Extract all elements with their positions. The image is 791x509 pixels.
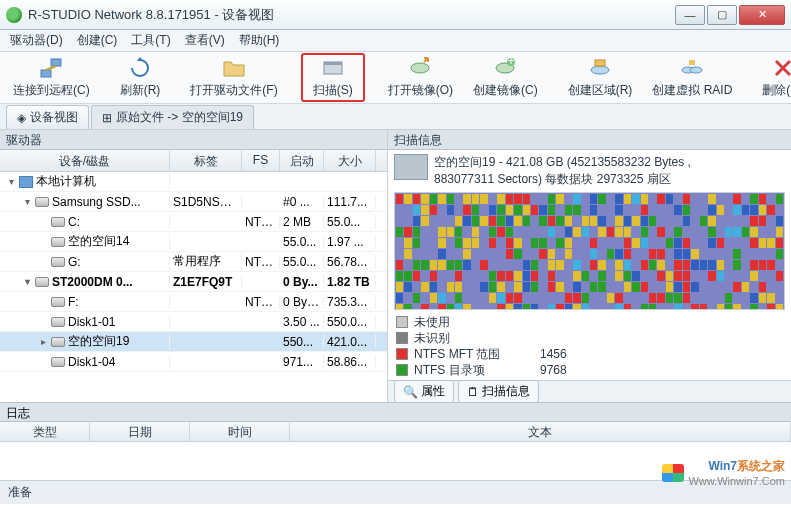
scan-button[interactable]: 扫描(S) [301, 53, 365, 102]
status-text: 准备 [8, 484, 32, 501]
menu-view[interactable]: 查看(V) [179, 30, 231, 51]
legend-swatch [396, 316, 408, 328]
delete-icon [771, 56, 791, 80]
svg-text:+: + [508, 56, 515, 68]
tab-raw-files[interactable]: ⊞ 原始文件 -> 空的空间19 [91, 105, 254, 129]
tree-row[interactable]: Disk1-04971...58.86... [0, 352, 387, 372]
log-body[interactable] [0, 442, 791, 480]
legend-swatch [396, 348, 408, 360]
create-image-icon: + [493, 56, 517, 80]
main-area: 驱动器 设备/磁盘 标签 FS 启动 大小 ▾本地计算机▾Samsung SSD… [0, 130, 791, 402]
tab-properties[interactable]: 🔍属性 [394, 380, 454, 403]
open-drive-files-button[interactable]: 打开驱动文件(F) [183, 53, 284, 102]
device-view-icon: ◈ [17, 111, 26, 125]
connect-remote-button[interactable]: 连接到远程(C) [6, 53, 97, 102]
connect-icon [39, 56, 63, 80]
tree-row[interactable]: ▾ST2000DM 0...Z1E7FQ9T0 By...1.82 TB [0, 272, 387, 292]
properties-icon: 🔍 [403, 385, 418, 399]
scan-summary: 空的空间19 - 421.08 GB (452135583232 Bytes ,… [388, 150, 791, 192]
open-image-icon [408, 56, 432, 80]
header-size[interactable]: 大小 [324, 150, 376, 171]
svg-rect-9 [595, 60, 605, 66]
svg-rect-1 [51, 59, 61, 66]
menu-help[interactable]: 帮助(H) [233, 30, 286, 51]
refresh-icon [128, 56, 152, 80]
legend: 未使用未识别NTFS MFT 范围1456NTFS 目录项9768 [388, 310, 791, 380]
log-header-date[interactable]: 日期 [90, 422, 190, 441]
row-name: ST2000DM 0... [52, 275, 133, 289]
tree-row[interactable]: 空的空间1455.0...1.97 ... [0, 232, 387, 252]
log-header-text[interactable]: 文本 [290, 422, 791, 441]
tree-row[interactable]: G:常用程序NTFS55.0...56.78... [0, 252, 387, 272]
expander-icon[interactable]: ▾ [22, 196, 32, 207]
row-name: Disk1-04 [68, 355, 115, 369]
scan-summary-text: 空的空间19 - 421.08 GB (452135583232 Bytes ,… [434, 154, 691, 188]
svg-point-8 [591, 66, 609, 74]
svg-rect-12 [689, 60, 695, 65]
delete-button[interactable]: 删除(R) [755, 53, 791, 102]
legend-row: NTFS 目录项9768 [396, 362, 783, 378]
drive-tree[interactable]: ▾本地计算机▾Samsung SSD...S1D5NSD...#0 ...111… [0, 172, 387, 402]
tree-headers: 设备/磁盘 标签 FS 启动 大小 [0, 150, 387, 172]
create-image-button[interactable]: + 创建镜像(C) [466, 53, 545, 102]
minimize-button[interactable]: — [675, 5, 705, 25]
expander-icon[interactable]: ▾ [6, 176, 16, 187]
svg-point-4 [411, 63, 429, 73]
legend-row: 未使用 [396, 314, 783, 330]
svg-point-11 [690, 67, 702, 73]
log-header-type[interactable]: 类型 [0, 422, 90, 441]
row-name: 空的空间14 [68, 233, 129, 250]
legend-row: NTFS MFT 范围1456 [396, 346, 783, 362]
disk-icon [51, 357, 65, 367]
row-name: F: [68, 295, 79, 309]
computer-icon [19, 176, 33, 188]
menu-drive[interactable]: 驱动器(D) [4, 30, 69, 51]
legend-row: 未识别 [396, 330, 783, 346]
tree-row[interactable]: F:NTFS0 Byt...735.3... [0, 292, 387, 312]
maximize-button[interactable]: ▢ [707, 5, 737, 25]
close-button[interactable]: ✕ [739, 5, 785, 25]
create-region-button[interactable]: 创建区域(R) [561, 53, 640, 102]
sector-map[interactable] [394, 192, 785, 310]
row-name: C: [68, 215, 80, 229]
window-title: R-STUDIO Network 8.8.171951 - 设备视图 [28, 6, 675, 24]
log-headers: 类型 日期 时间 文本 [0, 422, 791, 442]
create-raid-button[interactable]: 创建虚拟 RAID [645, 53, 739, 102]
expander-icon[interactable]: ▾ [22, 276, 32, 287]
disk-icon [51, 317, 65, 327]
menu-tools[interactable]: 工具(T) [125, 30, 176, 51]
menu-create[interactable]: 创建(C) [71, 30, 124, 51]
tree-row[interactable]: Disk1-013.50 ...550.0... [0, 312, 387, 332]
raw-files-icon: ⊞ [102, 111, 112, 125]
titlebar: R-STUDIO Network 8.8.171951 - 设备视图 — ▢ ✕ [0, 0, 791, 30]
row-name: 空的空间19 [68, 333, 129, 350]
statusbar: 准备 [0, 480, 791, 504]
header-fs[interactable]: FS [242, 150, 280, 171]
disk-icon [51, 257, 65, 267]
log-title: 日志 [0, 402, 791, 422]
expander-icon[interactable]: ▸ [38, 336, 48, 347]
tree-row[interactable]: ▸空的空间19550...421.0... [0, 332, 387, 352]
tree-row[interactable]: ▾本地计算机 [0, 172, 387, 192]
row-name: Samsung SSD... [52, 195, 141, 209]
folder-icon [222, 56, 246, 80]
scan-pane: 扫描信息 空的空间19 - 421.08 GB (452135583232 By… [388, 130, 791, 402]
tab-scan-info[interactable]: 🗒扫描信息 [458, 380, 539, 403]
refresh-button[interactable]: 刷新(R) [113, 53, 168, 102]
scan-info-icon: 🗒 [467, 385, 479, 399]
header-boot[interactable]: 启动 [280, 150, 324, 171]
log-header-time[interactable]: 时间 [190, 422, 290, 441]
drives-pane: 驱动器 设备/磁盘 标签 FS 启动 大小 ▾本地计算机▾Samsung SSD… [0, 130, 388, 402]
scan-pane-title: 扫描信息 [388, 130, 791, 150]
header-label[interactable]: 标签 [170, 150, 242, 171]
disk-icon [51, 297, 65, 307]
header-device[interactable]: 设备/磁盘 [0, 150, 170, 171]
open-image-button[interactable]: 打开镜像(O) [381, 53, 460, 102]
row-name: G: [68, 255, 81, 269]
tree-row[interactable]: C:NTFS2 MB55.0... [0, 212, 387, 232]
app-icon [6, 7, 22, 23]
disk-icon [35, 197, 49, 207]
tree-row[interactable]: ▾Samsung SSD...S1D5NSD...#0 ...111.7... [0, 192, 387, 212]
svg-rect-3 [324, 62, 342, 65]
tab-device-view[interactable]: ◈ 设备视图 [6, 105, 89, 129]
